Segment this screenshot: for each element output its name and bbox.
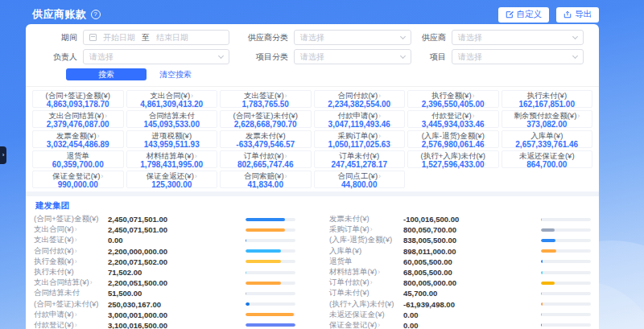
customize-label: 自定义 xyxy=(517,9,543,20)
stat-card-value: 41,834.00 xyxy=(221,180,311,189)
stat-card-value: 3,032,454,486.89 xyxy=(33,140,123,149)
row-label[interactable]: 支出签证(¥)› xyxy=(34,235,103,245)
list-row: 支出合同结算(¥)›2,200,051,500.00 xyxy=(34,278,295,288)
stat-card[interactable]: 材料结算单(¥)›1,798,431,995.00 xyxy=(126,150,218,168)
export-button[interactable]: 导出 xyxy=(556,7,599,23)
chevron-right-icon: › xyxy=(378,321,380,329)
header-actions: 自定义 导出 xyxy=(498,7,600,23)
stat-card: 未返还保证金(¥)864,700.00 xyxy=(502,150,593,168)
stat-card[interactable]: 发票金额(¥)›3,032,454,486.89 xyxy=(32,130,124,148)
customize-button[interactable]: 自定义 xyxy=(498,7,550,23)
row-value: 51,500.00 xyxy=(106,289,242,298)
help-icon[interactable]: ? xyxy=(91,10,101,19)
chevron-down-icon xyxy=(572,33,578,39)
row-bar-fill xyxy=(541,292,542,295)
row-label[interactable]: 付款申请(¥)› xyxy=(34,310,103,320)
stat-card-label: 合同付款(¥)› xyxy=(315,92,405,100)
row-label[interactable]: 订单付款(¥)› xyxy=(329,278,398,288)
stat-card-value: 4,861,309,413.20 xyxy=(127,100,217,109)
row-bar-fill xyxy=(541,323,542,327)
stat-card-value: 60,359,700.00 xyxy=(33,160,123,169)
row-bar xyxy=(541,239,591,242)
stat-card[interactable]: 剩余预付款金额(¥)›373,082.00 xyxy=(502,110,593,128)
row-label[interactable]: 材料结算单(¥)› xyxy=(329,267,398,278)
chevron-right-icon: › xyxy=(97,132,100,140)
row-bar xyxy=(246,228,295,232)
collapsed-drawer-handle[interactable]: › xyxy=(0,146,6,164)
project-select[interactable]: 请选择 xyxy=(452,49,584,64)
row-value: -100,016,500.00 xyxy=(402,215,538,224)
stat-card-value: 2,628,668,790.70 xyxy=(221,120,311,129)
supplier-select[interactable]: 请选择 xyxy=(452,30,584,45)
stat-card[interactable]: 采购订单(¥)›1,050,117,025.63 xyxy=(314,130,406,148)
stat-card[interactable]: 订单付款(¥)›802,665,747.46 xyxy=(220,150,312,168)
stat-card-label: 合同索赔(¥)› xyxy=(221,172,311,180)
stat-card: (合同+签证)金额(¥)4,863,093,178.70 xyxy=(32,90,124,108)
stat-card[interactable]: 支出签证(¥)›1,783,765.50 xyxy=(220,90,312,108)
chevron-right-icon: › xyxy=(285,92,287,100)
list-row: (合同+签证)未付(¥)250,030,167.00 xyxy=(34,299,295,310)
stat-card[interactable]: 付款登记(¥)›3,445,934,033.46 xyxy=(407,110,499,128)
chevron-down-icon xyxy=(218,52,224,58)
stat-card[interactable]: 保证金登记(¥)›990,000.00 xyxy=(32,171,124,188)
row-label: (入库-退货)金额(¥) xyxy=(329,235,398,245)
chevron-right-icon: › xyxy=(75,321,77,329)
date-range-input[interactable]: 开始日期 至 结束日期 xyxy=(83,30,229,45)
stat-card-value: 3,445,934,033.46 xyxy=(408,120,498,129)
stat-card-label: 发票金额(¥)› xyxy=(33,132,123,140)
row-label[interactable]: 采购订单(¥)› xyxy=(329,224,398,235)
range-separator: 至 xyxy=(142,32,150,43)
stat-card[interactable]: 合同点工(¥)›44,800.00 xyxy=(314,171,406,188)
metric-list-left: (合同+签证)金额(¥)2,450,071,501.00支出合同(¥)›2,45… xyxy=(34,214,295,329)
stat-card[interactable]: 合同索赔(¥)›41,834.00 xyxy=(220,171,312,188)
stat-card[interactable]: 执行金额(¥)›2,396,550,405.00 xyxy=(407,90,499,108)
stat-card-label: 退货单 xyxy=(33,152,123,160)
stat-card[interactable]: 保证金返还(¥)›125,300.00 xyxy=(126,171,218,188)
row-label[interactable]: 付款登记(¥)› xyxy=(34,320,103,329)
chevron-right-icon: › xyxy=(105,112,107,120)
stat-card[interactable]: 合同付款(¥)›2,234,382,554.00 xyxy=(314,90,406,108)
stat-card[interactable]: 支出合同结算(¥)›2,379,476,087.00 xyxy=(32,110,124,128)
row-bar xyxy=(541,302,591,306)
stat-card: 合同结算未付145,093,533.00 xyxy=(126,110,218,128)
row-bar-fill xyxy=(246,302,250,306)
row-bar xyxy=(541,313,591,316)
row-label: 执行未付(¥) xyxy=(34,267,103,278)
row-value: 2,450,071,501.00 xyxy=(106,215,242,224)
list-row: (合同+签证)金额(¥)2,450,071,501.00 xyxy=(34,214,295,224)
row-bar-fill xyxy=(246,292,246,295)
stat-card-label: 付款申请(¥)› xyxy=(315,112,405,120)
group-name-link[interactable]: 建发集团 xyxy=(35,200,591,212)
stat-card[interactable]: 付款申请(¥)›3,047,119,493.46 xyxy=(314,110,406,128)
stat-card: (合同+签证)未付(¥)2,628,668,790.70 xyxy=(220,110,312,128)
list-row: 付款登记(¥)›3,100,016,500.00 xyxy=(34,320,295,329)
stat-card-value: 145,093,533.00 xyxy=(127,120,217,129)
row-label[interactable]: 合同付款(¥)› xyxy=(34,246,103,257)
select-placeholder: 请选择 xyxy=(458,51,482,63)
stat-card-label: 进项税额(¥) xyxy=(127,132,217,140)
stat-card: 执行未付(¥)162,167,851.00 xyxy=(502,90,593,108)
row-label[interactable]: 执行金额(¥)› xyxy=(34,257,103,267)
supplier-category-select[interactable]: 请选择 xyxy=(294,30,411,45)
grouped-list-section: 建发集团 (合同+签证)金额(¥)2,450,071,501.00支出合同(¥)… xyxy=(26,196,599,329)
stat-card-value: 2,234,382,554.00 xyxy=(315,100,405,109)
chevron-right-icon: › xyxy=(75,310,77,319)
clear-search-link[interactable]: 清空搜索 xyxy=(159,69,192,80)
row-label[interactable]: 保证金登记(¥)› xyxy=(329,320,398,329)
chevron-right-icon: › xyxy=(378,172,381,180)
chevron-right-icon: › xyxy=(577,112,580,120)
row-value: 0.00 xyxy=(106,236,242,245)
row-label[interactable]: 支出合同(¥)› xyxy=(34,224,103,235)
stat-card-value: 2,576,980,061.46 xyxy=(408,140,498,149)
list-row: 发票未付(¥)-100,016,500.00 xyxy=(329,214,591,224)
stat-card[interactable]: 支出合同(¥)›4,861,309,413.20 xyxy=(126,90,218,108)
row-value: 838,005,500.00 xyxy=(402,236,538,245)
row-label[interactable]: 支出合同结算(¥)› xyxy=(34,278,103,288)
row-value: 0.00 xyxy=(402,310,538,319)
owner-select[interactable]: 请选择 xyxy=(83,49,229,64)
search-button[interactable]: 搜索 xyxy=(66,68,147,80)
project-category-select[interactable]: 请选择 xyxy=(294,49,411,64)
row-label: 入库单(¥) xyxy=(329,246,398,257)
row-bar xyxy=(541,323,591,327)
stat-card-label: 订单未付(¥) xyxy=(315,152,405,160)
